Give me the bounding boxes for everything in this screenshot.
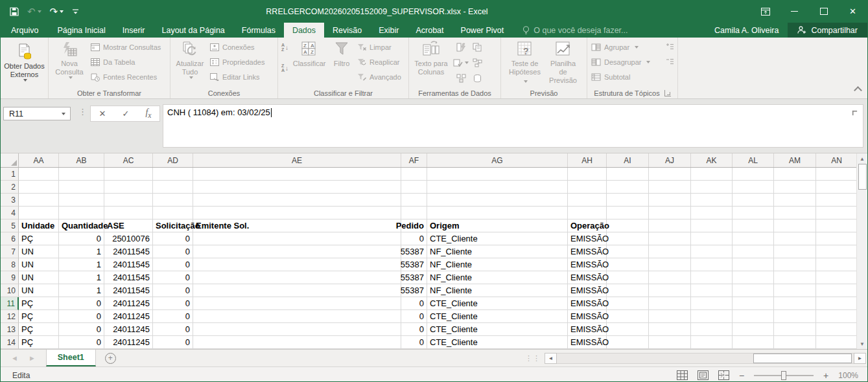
column-header-AA[interactable]: AA [19, 153, 59, 167]
cell-AN13[interactable] [816, 323, 856, 336]
cell-AK11[interactable] [691, 297, 733, 310]
cell-AD4[interactable] [153, 207, 193, 219]
scroll-right-icon[interactable]: ► [854, 353, 866, 364]
cell-AF10[interactable]: 55387 [401, 284, 427, 297]
cell-AK4[interactable] [691, 207, 733, 219]
cell-AE7[interactable] [193, 245, 401, 258]
cell-AK6[interactable] [691, 232, 733, 245]
hide-detail-icon[interactable] [664, 56, 675, 69]
da-tabela-button[interactable]: Da Tabela [89, 56, 163, 69]
cell-AJ14[interactable] [649, 336, 691, 349]
row-header-5[interactable]: 5 [1, 219, 19, 232]
cell-AD2[interactable] [153, 181, 193, 194]
cell-AM1[interactable] [774, 168, 816, 181]
cell-AN8[interactable] [816, 258, 856, 271]
cell-AD10[interactable]: 0 [153, 284, 193, 297]
cell-AM9[interactable] [774, 271, 816, 284]
cell-AL9[interactable] [733, 271, 774, 284]
cell-AF6[interactable]: 0 [401, 232, 427, 245]
row-header-4[interactable]: 4 [1, 207, 19, 219]
cell-AM5[interactable] [774, 219, 816, 232]
close-button[interactable]: ✕ [838, 0, 867, 23]
cell-AE14[interactable] [193, 336, 401, 349]
cell-AH1[interactable] [568, 168, 607, 181]
cell-AE6[interactable] [193, 232, 401, 245]
data-validation-icon[interactable] [452, 56, 470, 69]
cell-AG6[interactable]: CTE_Cliente [427, 232, 568, 245]
cell-AD11[interactable]: 0 [153, 297, 193, 310]
cell-AG10[interactable]: NF_Cliente [427, 284, 568, 297]
cancel-icon[interactable]: ✕ [99, 109, 106, 118]
cell-AL12[interactable] [733, 310, 774, 323]
redo-icon[interactable]: ↷ [50, 6, 64, 16]
cell-AH6[interactable]: EMISSÃO [568, 232, 607, 245]
select-all-corner[interactable] [1, 153, 19, 167]
insert-function-icon[interactable]: fx [145, 107, 151, 120]
sort-ascending-button[interactable]: AZ↓ [280, 41, 290, 54]
cell-AN4[interactable] [816, 207, 856, 219]
sort-descending-button[interactable]: ZA↓ [280, 62, 290, 74]
cell-AH2[interactable] [568, 181, 607, 194]
new-sheet-button[interactable]: + [96, 350, 125, 366]
cell-AH4[interactable] [568, 207, 607, 219]
cell-AG7[interactable]: NF_Cliente [427, 245, 568, 258]
cell-AF1[interactable] [401, 168, 427, 181]
cell-AN14[interactable] [816, 336, 856, 349]
previous-sheet-icon[interactable]: ◄ [11, 354, 18, 362]
filtro-button[interactable]: Filtro [329, 39, 355, 85]
row-header-14[interactable]: 14 [1, 336, 19, 349]
reaplicar-button[interactable]: Reaplicar [355, 56, 403, 69]
cell-AD8[interactable]: 0 [153, 258, 193, 271]
cell-AF3[interactable] [401, 194, 427, 207]
cell-AD3[interactable] [153, 194, 193, 207]
column-header-AI[interactable]: AI [607, 153, 649, 167]
ribbon-display-options-icon[interactable] [751, 0, 780, 23]
column-header-AD[interactable]: AD [153, 153, 193, 167]
tab-layout-da-pagina[interactable]: Layout da Página [153, 23, 233, 38]
cell-AA4[interactable] [19, 207, 59, 219]
cell-AF9[interactable]: 55387 [401, 271, 427, 284]
cell-AH5[interactable]: Operação [568, 219, 607, 232]
cell-AN1[interactable] [816, 168, 856, 181]
cell-AF7[interactable]: 55387 [401, 245, 427, 258]
horizontal-scrollbar[interactable]: ⋮⋮ ◄ ► [525, 350, 867, 366]
cell-AB12[interactable]: 0 [59, 310, 104, 323]
cell-AA2[interactable] [19, 181, 59, 194]
cell-AI10[interactable] [607, 284, 649, 297]
cell-AN3[interactable] [816, 194, 856, 207]
obter-dados-externos-button[interactable]: Obter Dados Externos [3, 39, 46, 94]
share-button[interactable]: Compartilhar [788, 23, 867, 38]
cell-AN11[interactable] [816, 297, 856, 310]
cell-AB11[interactable]: 0 [59, 297, 104, 310]
cell-AC2[interactable] [104, 181, 153, 194]
cell-AI1[interactable] [607, 168, 649, 181]
save-icon[interactable] [10, 7, 19, 16]
cell-AN12[interactable] [816, 310, 856, 323]
cell-AL5[interactable] [733, 219, 774, 232]
cell-AA1[interactable] [19, 168, 59, 181]
column-header-AH[interactable]: AH [568, 153, 607, 167]
name-box-dropdown-icon[interactable] [62, 113, 65, 115]
row-header-7[interactable]: 7 [1, 245, 19, 258]
cell-AN2[interactable] [816, 181, 856, 194]
cell-AA14[interactable]: PÇ [19, 336, 59, 349]
cell-AM6[interactable] [774, 232, 816, 245]
cell-AI2[interactable] [607, 181, 649, 194]
cell-AL11[interactable] [733, 297, 774, 310]
cell-AF4[interactable] [401, 207, 427, 219]
column-header-AB[interactable]: AB [59, 153, 104, 167]
cell-AA13[interactable]: PÇ [19, 323, 59, 336]
cell-AI3[interactable] [607, 194, 649, 207]
cell-AE2[interactable] [193, 181, 401, 194]
cell-AF13[interactable]: 0 [401, 323, 427, 336]
cell-AJ4[interactable] [649, 207, 691, 219]
limpar-button[interactable]: Limpar [355, 41, 403, 54]
zoom-slider[interactable] [754, 375, 814, 376]
cell-AL10[interactable] [733, 284, 774, 297]
cell-AI7[interactable] [607, 245, 649, 258]
undo-dropdown-icon[interactable] [38, 10, 41, 13]
zoom-out-icon[interactable]: − [739, 371, 744, 380]
cell-AE11[interactable] [193, 297, 401, 310]
cell-AF8[interactable]: 55387 [401, 258, 427, 271]
name-box[interactable]: R11 [3, 107, 71, 120]
